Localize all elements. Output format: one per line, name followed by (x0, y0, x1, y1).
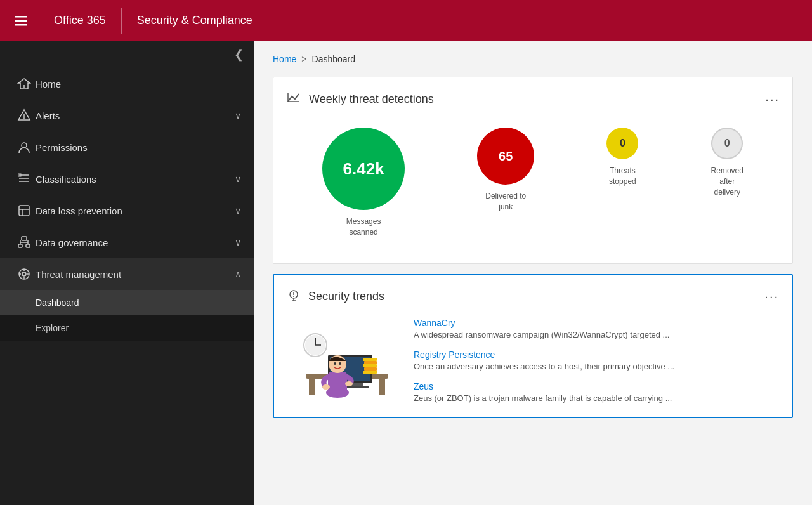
security-trends-card: Security trends ··· (273, 274, 793, 419)
data-governance-icon (13, 235, 36, 249)
sidebar: ❮ Home Alerts ∨ (0, 41, 254, 505)
svg-rect-52 (364, 361, 377, 364)
stat-threats-stopped: 0 Threatsstopped (606, 128, 638, 187)
stat-delivered-junk: 65 Delivered tojunk (477, 128, 534, 213)
svg-rect-13 (22, 237, 27, 240)
sidebar-item-permissions[interactable]: Permissions (0, 131, 254, 163)
security-trends-header: Security trends ··· (287, 288, 779, 305)
svg-rect-1 (15, 20, 27, 22)
svg-point-46 (322, 384, 330, 390)
permissions-label: Permissions (36, 142, 241, 153)
sidebar-collapse-button[interactable]: ❮ (0, 41, 254, 68)
trend-item-zeus: Zeus Zeus (or ZBOT) is a trojan malware … (414, 381, 779, 404)
classifications-label: Classifications (36, 174, 235, 185)
trend-item-wannacry: WannaCry A widespread ransomware campaig… (414, 318, 779, 341)
svg-rect-53 (363, 364, 377, 367)
breadcrumb: Home > Dashboard (273, 54, 793, 64)
dlp-chevron: ∨ (235, 206, 241, 216)
main-layout: ❮ Home Alerts ∨ (0, 41, 812, 505)
svg-rect-55 (363, 371, 377, 374)
security-trends-illustration (287, 318, 401, 405)
weekly-threats-icon (286, 90, 301, 108)
svg-point-5 (22, 143, 27, 148)
sidebar-item-threat-management[interactable]: Threat management ∧ (0, 258, 254, 290)
delivered-junk-label: Delivered tojunk (485, 191, 526, 213)
svg-point-32 (293, 296, 294, 297)
breadcrumb-separator: > (301, 54, 306, 64)
section-title: Security & Compliance (124, 14, 265, 27)
sidebar-subitem-explorer[interactable]: Explorer (0, 315, 254, 341)
svg-rect-2 (15, 24, 27, 26)
security-trends-list: WannaCry A widespread ransomware campaig… (414, 318, 779, 405)
weekly-threats-title: Weekly threat detections (309, 93, 765, 106)
home-label: Home (36, 79, 241, 89)
security-trends-more[interactable]: ··· (764, 289, 779, 304)
threat-management-label: Threat management (36, 269, 235, 280)
security-trends-icon (287, 288, 301, 305)
registry-desc: Once an adversary achieves access to a h… (414, 361, 779, 372)
dashboard-label: Dashboard (36, 298, 79, 308)
svg-point-21 (22, 272, 26, 276)
svg-point-3 (23, 117, 25, 119)
threat-management-icon (13, 267, 36, 281)
alerts-chevron: ∨ (235, 110, 241, 121)
threats-stopped-value: 0 (620, 138, 625, 149)
permissions-icon (13, 140, 36, 154)
removed-delivery-label: Removedafterdelivery (711, 166, 743, 197)
svg-rect-51 (363, 358, 377, 361)
threat-stats-container: 6.42k Messagesscanned 65 Delivered tojun… (286, 121, 780, 251)
svg-rect-34 (309, 379, 315, 395)
delivered-junk-circle: 65 (477, 128, 534, 185)
data-governance-label: Data governance (36, 237, 235, 248)
removed-delivery-value: 0 (724, 138, 730, 149)
svg-rect-16 (18, 244, 22, 247)
weekly-threats-header: Weekly threat detections ··· (286, 90, 780, 108)
svg-rect-10 (19, 206, 29, 216)
breadcrumb-home[interactable]: Home (273, 54, 296, 64)
classifications-chevron: ∨ (235, 174, 241, 184)
zeus-desc: Zeus (or ZBOT) is a trojan malware famil… (414, 393, 779, 404)
sidebar-item-classifications[interactable]: Classifications ∨ (0, 163, 254, 195)
threats-stopped-label: Threatsstopped (609, 166, 636, 187)
sidebar-item-home[interactable]: Home (0, 68, 254, 100)
svg-rect-0 (15, 16, 27, 18)
topbar: Office 365 Security & Compliance (0, 0, 812, 41)
sidebar-item-alerts[interactable]: Alerts ∨ (0, 100, 254, 131)
wannacry-desc: A widespread ransomware campaign (Win32/… (414, 329, 779, 341)
app-title: Office 365 (41, 14, 119, 27)
svg-rect-54 (364, 367, 377, 371)
sidebar-item-data-governance[interactable]: Data governance ∨ (0, 226, 254, 258)
registry-title[interactable]: Registry Persistence (414, 350, 779, 360)
security-trends-title: Security trends (308, 290, 764, 303)
alerts-icon (13, 108, 36, 122)
messages-scanned-value: 6.42k (343, 159, 384, 179)
topbar-divider (121, 8, 122, 34)
wannacry-title[interactable]: WannaCry (414, 318, 779, 328)
svg-point-47 (345, 381, 353, 386)
weekly-threats-more[interactable]: ··· (765, 92, 780, 107)
svg-rect-35 (379, 379, 385, 395)
sidebar-subitem-dashboard[interactable]: Dashboard (0, 290, 254, 315)
threats-stopped-circle: 0 (606, 128, 638, 159)
hamburger-button[interactable] (0, 0, 41, 41)
svg-point-50 (339, 362, 341, 365)
breadcrumb-current: Dashboard (312, 54, 356, 64)
classifications-icon (13, 172, 36, 186)
messages-scanned-label: Messagesscanned (346, 216, 381, 238)
dlp-icon (13, 204, 36, 218)
home-icon (13, 77, 36, 91)
sidebar-item-dlp[interactable]: Data loss prevention ∨ (0, 195, 254, 226)
alerts-label: Alerts (36, 110, 235, 121)
content-area: Home > Dashboard Weekly threat detection… (254, 41, 812, 505)
zeus-title[interactable]: Zeus (414, 381, 779, 391)
threat-management-chevron: ∧ (235, 269, 241, 279)
delivered-junk-value: 65 (499, 149, 513, 164)
dlp-label: Data loss prevention (36, 206, 235, 216)
svg-rect-17 (26, 244, 30, 247)
collapse-icon: ❮ (234, 48, 244, 62)
data-governance-chevron: ∨ (235, 237, 241, 247)
messages-scanned-circle: 6.42k (322, 128, 405, 210)
svg-point-49 (334, 362, 336, 365)
svg-rect-45 (328, 372, 347, 394)
weekly-threats-card: Weekly threat detections ··· 6.42k Messa… (273, 77, 793, 264)
